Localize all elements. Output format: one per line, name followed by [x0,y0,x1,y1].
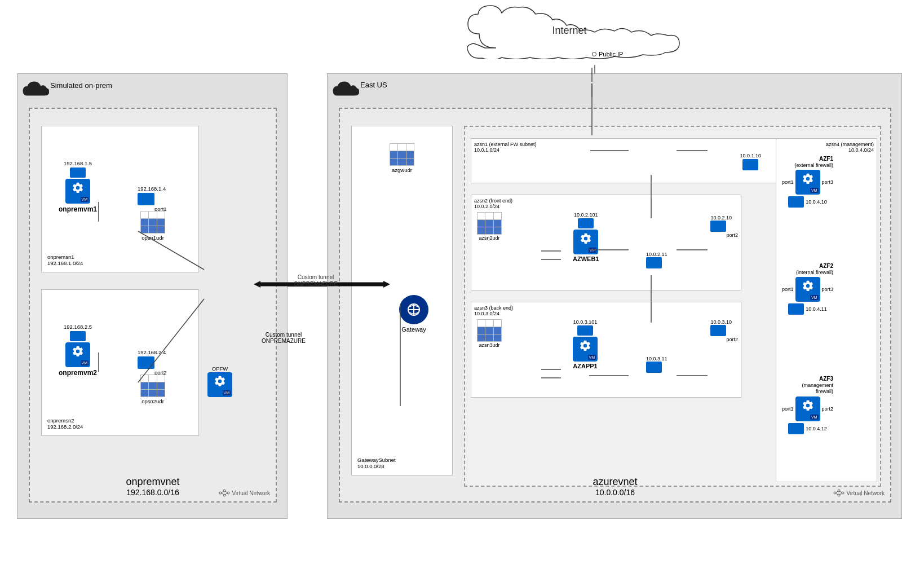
nic2-icon [138,356,154,369]
azsn2-nic-icon [710,221,726,232]
azf2-title: AZF2 [782,263,833,269]
azure-vnet-label: Virtual Network [833,489,885,497]
internet-label: Internet [552,25,586,36]
azf2-desc: (internal firewall) [782,270,833,275]
gateway-label: Gateway [401,326,426,333]
onpremsn1-label: onpremsn1192.168.1.0/24 [47,254,83,266]
svg-point-34 [838,494,840,496]
opfw-name-label: OPFW [212,365,228,372]
vm1-ip-top: 192.168.1.5 [64,160,92,166]
azsn2-nic-ip: 10.0.2.10 [710,215,738,221]
svg-line-25 [226,491,227,493]
azsn2udr-icon [477,212,502,235]
azweb1-nic-right: 10.0.2.11 [646,252,667,268]
azf1-title: AZF1 [782,156,833,162]
azsn3udr-icon [477,319,502,342]
onprem-region-label: Simulated on-prem [50,81,112,91]
svg-point-22 [227,492,229,494]
azf3-nic2-ip: 10.0.4.12 [806,426,827,431]
cloud-svg: Internet [462,3,699,59]
public-ip-dot [592,52,596,56]
opsn2udr-element: opsn2udr [140,374,165,404]
svg-point-21 [223,490,226,492]
azapp1-label: AZAPP1 [573,363,597,369]
onpremvnet-box: 192.168.1.5 VM onpremvm1 192.168.1.4 [29,108,277,503]
azsn2udr-element: azsn2udr [477,212,502,241]
azf1-port1-group: port1 VM port3 [782,170,833,195]
azsn2-label: azsn2 (front end)10.0.2.0/24 [474,198,512,209]
azsn2udr-label: azsn2udr [479,235,499,241]
azweb1-ip1: 10.0.2.101 [574,212,598,218]
azf2-port1-group: port1 VM port3 [782,277,833,302]
azf2-port1-label: port1 [782,287,794,292]
onpremvm2-element: 192.168.2.5 VM onpremvm2 [59,324,97,377]
azf3-port2-nic-group: 10.0.4.12 [788,423,827,434]
azsn3-nic-right: 10.0.3.10 port2 [710,319,738,342]
svg-point-20 [219,492,222,494]
azurevnet-title: azurevnet 10.0.0.0/16 [593,476,637,497]
azf3-desc: (managementfirewall) [782,382,833,395]
svg-point-31 [834,492,836,494]
gateway-subnet-label: GatewaySubnet10.0.0.0/28 [357,457,396,469]
gateway-element: Gateway [399,295,428,333]
vm2-nic-top [70,331,86,341]
svg-line-26 [222,493,223,495]
onpremsn2-label: onpremsn2192.168.2.0/24 [47,417,83,430]
azurevnet-name: azurevnet [593,476,637,488]
svg-point-23 [223,494,226,496]
nic1-ip: 192.168.1.4 [138,186,167,192]
svg-line-38 [840,493,842,495]
onpremvnet-title: onpremvnet 192.168.0.0/16 [126,476,179,497]
internet-section: Internet Public IP [462,3,699,70]
azsn3-nic-icon [710,325,726,336]
opfw-element: OPFW VM [207,365,232,397]
azapp1-ip1: 10.0.3.101 [573,319,598,325]
azsn2-nic-right: 10.0.2.10 port2 [710,215,738,238]
tunnel-label: Custom tunnelONPREMAZURE [227,332,340,344]
onpremvnet-name: onpremvnet [126,476,179,488]
svg-line-35 [836,491,838,493]
azsn3-port2: port2 [726,337,738,342]
vm2-ip-top: 192.168.2.5 [64,324,92,330]
diagram-container: Internet Public IP Simulated on-prem [0,0,924,564]
azapp1-nic-right-icon [646,362,662,373]
onpremsn1-box: 192.168.1.5 VM onpremvm1 192.168.1.4 [41,126,199,272]
inner-subnets-box: azsn1 (external FW subnet)10.0.1.0/24 10… [464,126,881,487]
azf2-port3-label: port3 [822,287,834,292]
gateway-icon [399,295,428,324]
onpremvnet-cidr: 192.168.0.0/16 [126,488,179,497]
azf2-nic3-ip: 10.0.4.11 [806,306,827,312]
azgwudr-icon [390,143,414,166]
vm1-nic-top [70,168,86,178]
azf1-nic3-ip: 10.0.4.10 [806,199,827,205]
eastus-region-label: East US [360,81,387,89]
azure-vnet-type: Virtual Network [846,490,885,496]
svg-line-27 [226,493,227,495]
azf1-desc: (external firewall) [782,162,833,168]
azf3-port2-label: port2 [822,406,834,412]
azapp1-nic-top [577,325,593,336]
opsn2udr-label: opsn2udr [142,398,164,404]
azapp1-element: 10.0.3.101 VM AZAPP1 [573,319,598,369]
azsn3udr-element: azsn3udr [477,319,502,348]
region-onprem: Simulated on-prem 192.168.1.5 VM [17,73,288,519]
azgwudr-label: azgwudr [392,167,412,173]
onpremvm1-icon: VM [65,179,90,204]
azf3-port2-nic [788,423,804,434]
azapp1-nic-right: 10.0.3.11 [646,356,667,373]
azweb1-element: 10.0.2.101 VM AZWEB1 [573,212,599,262]
nic2-group: 192.168.2.4 port2 [138,349,167,376]
azweb1-ip2: 10.0.2.11 [646,252,667,257]
azf1-icon: VM [795,170,820,195]
azf3-element: AZF3 (managementfirewall) port1 VM port2 [782,376,833,434]
azf1-port3-nic-group: 10.0.4.10 [788,196,827,208]
svg-line-36 [840,491,842,493]
azsn1-nic-icon [742,159,758,170]
azf3-icon: VM [795,396,820,421]
azf1-port3-label: port3 [822,179,834,185]
public-ip-label: Public IP [599,51,623,58]
azweb1-icon: VM [573,230,598,254]
opsn1udr-icon [140,211,165,233]
azsn2-box: azsn2 (front end)10.0.2.0/24 [471,195,741,290]
azurevnet-cidr: 10.0.0.0/16 [593,488,637,497]
